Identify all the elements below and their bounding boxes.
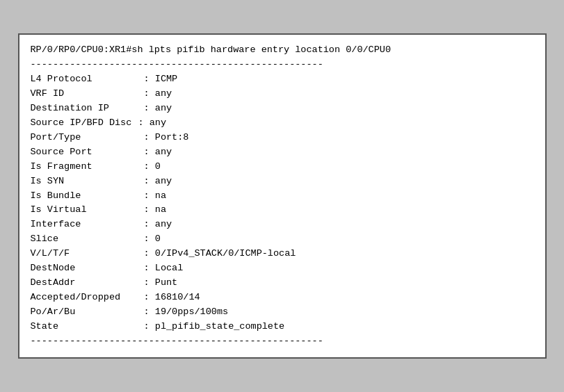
entry-val: 19/0pps/100ms [155, 305, 228, 320]
entry-key: Source Port [31, 145, 138, 160]
entry-sep: : [138, 320, 155, 334]
terminal-window: RP/0/RP0/CPU0:XR1#sh lpts pifib hardware… [18, 33, 547, 358]
table-row: Destination IP : any [31, 101, 534, 116]
table-row: DestAddr : Punt [31, 276, 534, 291]
entry-sep: : [138, 145, 155, 160]
entry-key: V/L/T/F [31, 247, 138, 261]
entry-key: Slice [31, 232, 138, 247]
entry-val: any [150, 116, 166, 131]
table-row: Is Bundle : na [31, 189, 534, 204]
entry-sep: : [138, 189, 155, 204]
entry-val: 0/IPv4_STACK/0/ICMP-local [155, 247, 296, 261]
entry-key: Accepted/Dropped [31, 291, 138, 305]
entry-sep: : [138, 131, 155, 145]
entry-key: DestNode [31, 261, 138, 276]
entry-val: 0 [155, 232, 161, 247]
entry-key: Destination IP [31, 101, 138, 116]
entry-sep: : [138, 305, 155, 320]
table-row: Slice : 0 [31, 232, 534, 247]
entry-key: State [31, 320, 138, 334]
entry-key: DestAddr [31, 276, 138, 291]
entry-val: any [155, 145, 172, 160]
entry-key: Po/Ar/Bu [31, 305, 138, 320]
entry-key: Is SYN [31, 174, 138, 189]
entry-key: Source IP/BFD Disc [31, 116, 138, 131]
entry-key: Interface [31, 218, 138, 232]
entry-sep: : [138, 72, 155, 87]
entry-sep: : [138, 247, 155, 261]
entry-key: VRF ID [31, 87, 138, 101]
table-row: Source IP/BFD Disc: any [31, 116, 534, 131]
entry-sep: : [138, 160, 155, 174]
entry-sep: : [138, 276, 155, 291]
entry-val: any [155, 174, 172, 189]
table-row: Is SYN : any [31, 174, 534, 189]
entry-val: Punt [155, 276, 177, 291]
entry-val: ICMP [155, 72, 177, 87]
entry-sep: : [138, 101, 155, 116]
divider-top: ----------------------------------------… [31, 58, 534, 72]
entry-sep: : [138, 291, 155, 305]
table-row: Po/Ar/Bu : 19/0pps/100ms [31, 305, 534, 320]
entry-val: Local [155, 261, 184, 276]
entry-sep: : [138, 174, 155, 189]
entry-val: 16810/14 [155, 291, 200, 305]
entry-sep: : [138, 261, 155, 276]
entry-val: Port:8 [155, 131, 189, 145]
entry-key: Is Virtual [31, 203, 138, 218]
entries-container: L4 Protocol : ICMPVRF ID : anyDestinatio… [31, 72, 534, 334]
entry-sep: : [138, 116, 150, 131]
table-row: V/L/T/F : 0/IPv4_STACK/0/ICMP-local [31, 247, 534, 261]
entry-key: Is Bundle [31, 189, 138, 204]
entry-val: any [155, 87, 172, 101]
table-row: Is Fragment : 0 [31, 160, 534, 174]
entry-val: pl_pifib_state_complete [155, 320, 284, 334]
entry-val: na [155, 203, 166, 218]
entry-val: any [155, 218, 172, 232]
entry-val: na [155, 189, 166, 204]
table-row: Is Virtual : na [31, 203, 534, 218]
entry-key: Port/Type [31, 131, 138, 145]
table-row: Port/Type : Port:8 [31, 131, 534, 145]
entry-key: Is Fragment [31, 160, 138, 174]
command-line: RP/0/RP0/CPU0:XR1#sh lpts pifib hardware… [31, 43, 534, 58]
entry-sep: : [138, 87, 155, 101]
entry-val: 0 [155, 160, 161, 174]
table-row: Interface : any [31, 218, 534, 232]
table-row: State : pl_pifib_state_complete [31, 320, 534, 334]
entry-val: any [155, 101, 172, 116]
table-row: DestNode : Local [31, 261, 534, 276]
table-row: Accepted/Dropped : 16810/14 [31, 291, 534, 305]
divider-bottom: ----------------------------------------… [31, 334, 534, 349]
table-row: L4 Protocol : ICMP [31, 72, 534, 87]
entry-sep: : [138, 232, 155, 247]
table-row: Source Port : any [31, 145, 534, 160]
entry-sep: : [138, 218, 155, 232]
table-row: VRF ID : any [31, 87, 534, 101]
entry-sep: : [138, 203, 155, 218]
entry-key: L4 Protocol [31, 72, 138, 87]
